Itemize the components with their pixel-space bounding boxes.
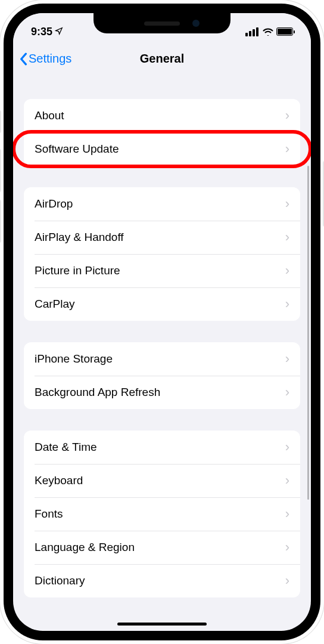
- settings-group: AirDrop › AirPlay & Handoff › Picture in…: [24, 187, 300, 321]
- row-language-region[interactable]: Language & Region ›: [24, 531, 300, 564]
- row-label: iPhone Storage: [35, 352, 113, 366]
- chevron-right-icon: ›: [285, 541, 289, 554]
- row-software-update[interactable]: Software Update ›: [24, 132, 300, 166]
- back-button[interactable]: Settings: [19, 52, 71, 66]
- row-iphone-storage[interactable]: iPhone Storage ›: [24, 342, 300, 376]
- row-label: Picture in Picture: [35, 264, 120, 277]
- status-right: [245, 27, 293, 36]
- row-background-app-refresh[interactable]: Background App Refresh ›: [24, 376, 300, 409]
- chevron-right-icon: ›: [285, 352, 289, 366]
- chevron-right-icon: ›: [285, 298, 289, 311]
- page-title: General: [140, 52, 184, 66]
- row-label: About: [35, 109, 64, 122]
- row-label: Background App Refresh: [35, 386, 160, 399]
- nav-bar: Settings General: [13, 43, 311, 75]
- device-bezel: 9:35: [4, 4, 320, 640]
- device-frame: 9:35: [0, 0, 324, 644]
- chevron-right-icon: ›: [285, 197, 289, 210]
- row-label: Keyboard: [35, 474, 83, 487]
- row-label: Language & Region: [35, 541, 135, 554]
- chevron-right-icon: ›: [285, 109, 289, 122]
- volume-down-button[interactable]: [0, 200, 1, 243]
- settings-group: iPhone Storage › Background App Refresh …: [24, 342, 300, 409]
- row-label: AirDrop: [35, 197, 73, 210]
- scroll-indicator[interactable]: [307, 166, 309, 500]
- row-label: CarPlay: [35, 298, 75, 311]
- status-time: 9:35: [31, 26, 63, 38]
- row-label: Fonts: [35, 507, 63, 521]
- row-label: Software Update: [35, 143, 119, 156]
- cellular-signal-icon: [245, 27, 258, 36]
- chevron-right-icon: ›: [285, 143, 289, 156]
- chevron-right-icon: ›: [285, 441, 289, 454]
- front-camera: [192, 20, 200, 27]
- settings-content[interactable]: About › Software Update › AirDrop ›: [13, 75, 311, 631]
- row-label: Date & Time: [35, 441, 97, 454]
- chevron-right-icon: ›: [285, 386, 289, 399]
- chevron-left-icon: [19, 52, 27, 66]
- chevron-right-icon: ›: [285, 231, 289, 244]
- location-icon: [55, 26, 63, 38]
- wifi-icon: [262, 27, 273, 36]
- row-label: Dictionary: [35, 574, 85, 587]
- row-label: AirPlay & Handoff: [35, 231, 124, 244]
- row-carplay[interactable]: CarPlay ›: [24, 287, 300, 321]
- row-keyboard[interactable]: Keyboard ›: [24, 464, 300, 497]
- time-label: 9:35: [31, 26, 52, 38]
- row-date-time[interactable]: Date & Time ›: [24, 431, 300, 464]
- row-airplay-handoff[interactable]: AirPlay & Handoff ›: [24, 221, 300, 254]
- silence-switch[interactable]: [0, 110, 1, 133]
- volume-up-button[interactable]: [0, 149, 1, 192]
- home-indicator[interactable]: [117, 623, 207, 626]
- back-label: Settings: [29, 52, 71, 66]
- row-picture-in-picture[interactable]: Picture in Picture ›: [24, 254, 300, 287]
- row-fonts[interactable]: Fonts ›: [24, 497, 300, 531]
- chevron-right-icon: ›: [285, 474, 289, 487]
- settings-group: About › Software Update ›: [24, 99, 300, 166]
- row-airdrop[interactable]: AirDrop ›: [24, 187, 300, 221]
- speaker-grill: [144, 21, 180, 26]
- row-about[interactable]: About ›: [24, 99, 300, 132]
- notch: [94, 13, 230, 33]
- battery-icon: [276, 27, 293, 36]
- settings-group: Date & Time › Keyboard › Fonts › Languag…: [24, 431, 300, 597]
- screen: 9:35: [13, 13, 311, 631]
- chevron-right-icon: ›: [285, 264, 289, 277]
- chevron-right-icon: ›: [285, 574, 289, 587]
- row-dictionary[interactable]: Dictionary ›: [24, 564, 300, 597]
- chevron-right-icon: ›: [285, 507, 289, 521]
